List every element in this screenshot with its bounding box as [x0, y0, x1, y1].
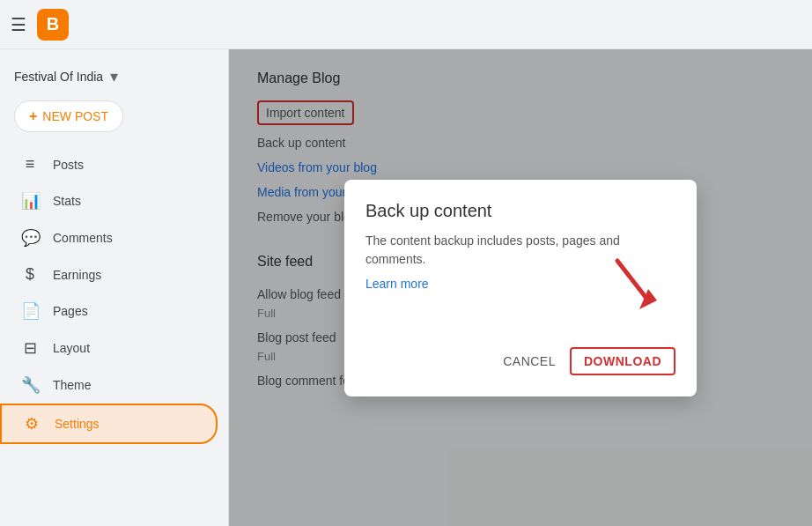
blog-selector[interactable]: Festival Of India ▾ — [0, 60, 228, 93]
new-post-button[interactable]: + NEW POST — [14, 100, 123, 132]
modal-overlay: Back up content The content backup inclu… — [229, 49, 812, 526]
comments-label: Comments — [53, 231, 113, 245]
hamburger-icon[interactable]: ☰ — [11, 14, 26, 35]
backup-content-modal: Back up content The content backup inclu… — [344, 180, 697, 396]
modal-actions: CANCEL DOWNLOAD — [365, 347, 675, 375]
content-area: Manage Blog Import content Back up conte… — [229, 49, 812, 526]
sidebar-item-layout[interactable]: ⊟ Layout — [0, 330, 218, 367]
main-layout: Festival Of India ▾ + NEW POST ≡ Posts 📊… — [0, 49, 812, 526]
pages-icon: 📄 — [21, 301, 39, 321]
stats-icon: 📊 — [21, 191, 39, 211]
modal-description: The content backup includes posts, pages… — [365, 232, 675, 269]
topbar: ☰ B — [0, 0, 812, 49]
layout-icon: ⊟ — [21, 338, 39, 358]
new-post-label: NEW POST — [42, 109, 108, 123]
posts-label: Posts — [53, 158, 84, 172]
settings-label: Settings — [55, 417, 100, 431]
modal-title: Back up content — [365, 201, 675, 221]
plus-icon: + — [29, 108, 37, 124]
sidebar-item-settings[interactable]: ⚙ Settings — [0, 404, 218, 444]
stats-label: Stats — [53, 194, 81, 208]
learn-more-link[interactable]: Learn more — [365, 277, 429, 291]
settings-icon: ⚙ — [23, 414, 41, 433]
pages-label: Pages — [53, 304, 88, 318]
blogger-logo: B — [37, 9, 69, 41]
sidebar-item-posts[interactable]: ≡ Posts — [0, 146, 218, 182]
download-button[interactable]: DOWNLOAD — [570, 347, 675, 375]
svg-marker-1 — [639, 289, 657, 309]
chevron-down-icon: ▾ — [110, 67, 118, 86]
cancel-button[interactable]: CANCEL — [503, 354, 556, 368]
sidebar-item-comments[interactable]: 💬 Comments — [0, 219, 218, 256]
layout-label: Layout — [53, 341, 90, 355]
earnings-icon: $ — [21, 265, 39, 284]
sidebar-item-stats[interactable]: 📊 Stats — [0, 182, 218, 219]
sidebar-item-earnings[interactable]: $ Earnings — [0, 256, 218, 293]
sidebar-item-theme[interactable]: 🔧 Theme — [0, 367, 218, 404]
sidebar: Festival Of India ▾ + NEW POST ≡ Posts 📊… — [0, 49, 229, 526]
theme-label: Theme — [53, 378, 92, 392]
earnings-label: Earnings — [53, 268, 101, 282]
theme-icon: 🔧 — [21, 375, 39, 395]
posts-icon: ≡ — [21, 155, 39, 174]
comments-icon: 💬 — [21, 228, 39, 248]
blog-name: Festival Of India — [14, 70, 103, 84]
sidebar-item-pages[interactable]: 📄 Pages — [0, 293, 218, 330]
